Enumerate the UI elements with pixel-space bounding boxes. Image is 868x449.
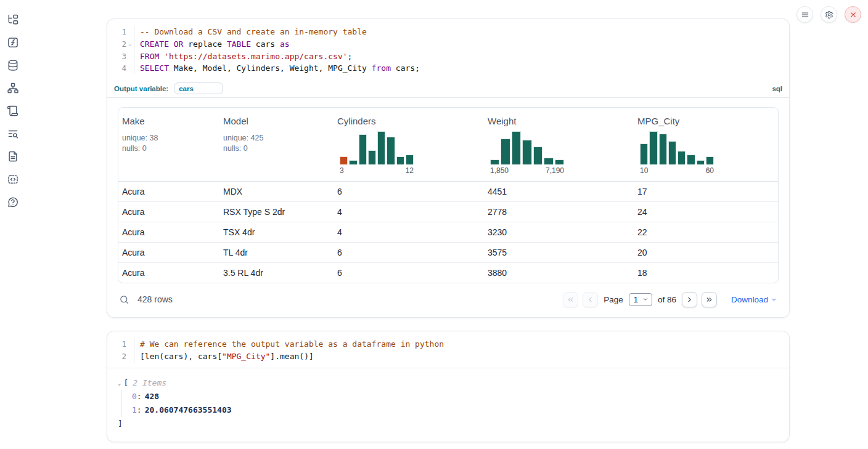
prev-page-button[interactable] [583,292,598,307]
histogram-min-label: 1,850 [490,166,509,175]
chevron-right-icon [686,296,694,304]
output-variable-bar: Output variable: sql [107,79,789,98]
column-stats: unique: 38nulls: 0 [122,133,217,154]
table-cell: 4451 [484,182,634,201]
table-cell: TL 4dr [219,243,334,262]
histogram-bar [512,131,521,164]
text-search-icon[interactable] [6,127,20,140]
output-variable-input[interactable] [174,83,223,94]
row-count: 428 rows [137,294,173,304]
chevron-left-icon [586,296,594,304]
last-page-button[interactable] [702,292,717,307]
line-number: 3 [107,51,134,63]
table-row[interactable]: AcuraTL 4dr6357520 [118,242,778,262]
table-row[interactable]: AcuraRSX Type S 2dr4277824 [118,201,778,222]
column-title: Cylinders [337,116,481,126]
table-cell: 6 [334,182,484,201]
table-row[interactable]: Acura3.5 RL 4dr6388018 [118,262,778,283]
code-line[interactable]: 2⌄CREATE OR replace TABLE cars as [107,38,789,51]
code-line[interactable]: 2[len(cars), cars["MPG_City"].mean()] [107,350,789,363]
settings-button[interactable] [821,6,837,23]
help-icon[interactable] [6,195,20,208]
column-title: Weight [488,116,631,126]
scroll-icon[interactable] [6,104,20,117]
page-select[interactable]: 1 [629,293,652,306]
table-cell: Acura [118,222,219,242]
table-cell: 20 [634,243,778,262]
dependency-graph-icon[interactable] [6,81,20,94]
column-stats: unique: 425nulls: 0 [223,133,331,154]
list-entries: 0:4281:20.060747663551403 [121,390,779,417]
document-icon[interactable] [6,150,20,163]
next-page-button[interactable] [682,292,697,307]
function-icon[interactable] [6,36,20,49]
column-header[interactable]: Cylinders312 [334,116,484,181]
table-header: Makeunique: 38nulls: 0Modelunique: 425nu… [118,108,778,181]
histogram-bar [340,156,348,164]
column-histogram: 312 [340,131,414,175]
close-icon [849,10,858,19]
table-cell: Acura [118,263,219,283]
sql-code-editor[interactable]: 1-- Download a CSV and create an in-memo… [107,19,789,79]
table-cell: 3575 [484,243,634,262]
list-item: 0:428 [132,390,779,403]
chevron-down-icon [642,296,649,302]
column-header[interactable]: Weight1,8507,190 [484,116,634,181]
table-cell: Acura [118,243,219,262]
code-line[interactable]: 3FROM 'https://datasets.marimo.app/cars.… [107,51,789,63]
download-label: Download [731,295,768,304]
table-cell: 3.5 RL 4dr [219,263,334,283]
menu-icon [801,10,809,19]
table-row[interactable]: AcuraMDX6445117 [118,181,778,201]
column-title: Make [122,116,217,126]
line-number: 1 [107,26,134,38]
histogram-bar [640,144,648,164]
collapse-chevron-icon[interactable]: ⌄ [118,376,121,390]
code-line[interactable]: 1-- Download a CSV and create an in-memo… [107,26,789,38]
page-label: Page [604,295,623,304]
column-header[interactable]: MPG_City1060 [634,116,778,181]
open-bracket: [ [123,376,128,390]
code-line[interactable]: 1# We can reference the output variable … [107,338,789,350]
item-value: 20.060747663551403 [145,405,232,415]
list-item: 1:20.060747663551403 [132,403,779,417]
page-select-value: 1 [634,295,638,304]
sql-cell: 1-- Download a CSV and create an in-memo… [107,18,790,318]
chevrons-left-icon [567,296,575,304]
download-button[interactable]: Download [731,295,777,304]
database-icon[interactable] [6,59,20,71]
output-variable-label: Output variable: [114,85,168,92]
python-code-editor[interactable]: 1# We can reference the output variable … [107,331,789,368]
fold-chevron-icon[interactable]: ⌄ [126,42,134,47]
table-row[interactable]: AcuraTSX 4dr4323022 [118,222,778,242]
histogram-min-label: 10 [640,166,648,175]
code-line[interactable]: 4SELECT Make, Model, Cylinders, Weight, … [107,62,789,75]
file-tree-icon[interactable] [6,13,20,26]
item-index: 1 [132,405,137,415]
table-footer: 428 rows Page 1 of 86 [118,289,779,309]
column-header[interactable]: Modelunique: 425nulls: 0 [219,116,334,181]
histogram-bar [706,156,714,164]
histogram-bar [659,134,667,164]
histogram-bar [678,151,686,164]
table-cell: 18 [634,263,778,283]
table-cell: RSX Type S 2dr [219,202,334,222]
snippets-icon[interactable] [6,172,20,185]
search-icon[interactable] [119,294,129,305]
table-cell: 4 [334,202,484,222]
table-cell: 6 [334,263,484,283]
menu-button[interactable] [796,6,813,23]
column-histogram: 1060 [640,131,714,175]
histogram-bar [668,141,676,164]
histogram-max-label: 60 [706,166,714,175]
histogram-bar [377,131,385,164]
python-cell: 1# We can reference the output variable … [107,331,790,442]
shutdown-button[interactable] [845,6,861,23]
first-page-button[interactable] [563,292,578,307]
table-cell: Acura [118,182,219,201]
language-badge: sql [772,85,782,92]
pagination: Page 1 of 86 Download [563,292,777,307]
column-header[interactable]: Makeunique: 38nulls: 0 [118,116,219,181]
histogram-bar [490,160,499,164]
chevron-down-icon [771,296,777,303]
